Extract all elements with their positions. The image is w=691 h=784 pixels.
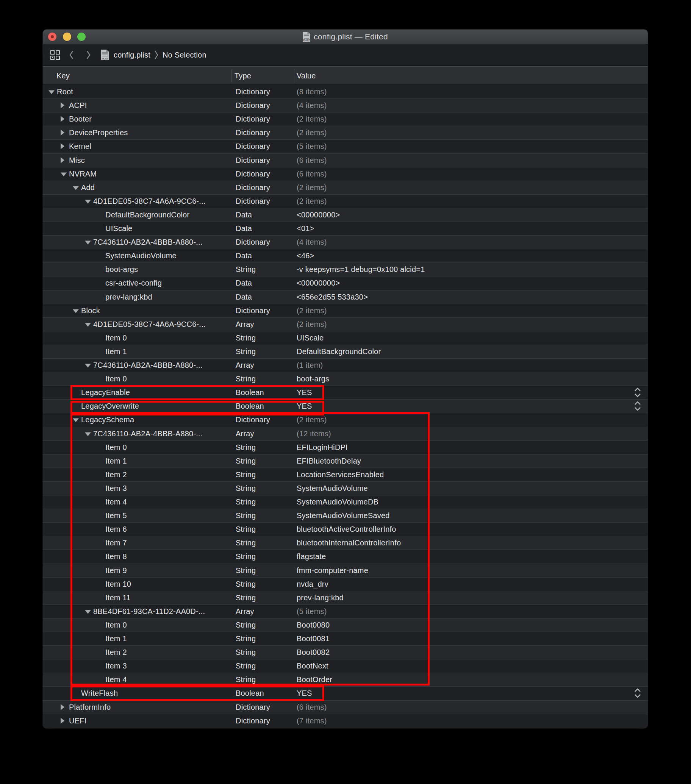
- column-resize-handle[interactable]: [294, 69, 294, 82]
- disclosure-triangle-collapsed-icon[interactable]: [61, 718, 64, 724]
- plist-row[interactable]: Item 7 String bluetoothInternalControlle…: [43, 536, 648, 550]
- plist-row[interactable]: Item 2 String Boot0082: [43, 646, 648, 659]
- disclosure-triangle-expanded-icon[interactable]: [73, 418, 79, 422]
- plist-row[interactable]: Item 4 String SystemAudioVolumeDB: [43, 495, 648, 509]
- disclosure-triangle-expanded-icon[interactable]: [85, 323, 91, 326]
- row-type: Data: [236, 224, 252, 233]
- plist-row[interactable]: 8BE4DF61-93CA-11D2-AA0D-... Array (5 ite…: [43, 604, 648, 618]
- row-key: WriteFlash: [81, 689, 118, 698]
- disclosure-triangle-expanded-icon[interactable]: [85, 241, 91, 245]
- disclosure-triangle-collapsed-icon[interactable]: [61, 157, 64, 163]
- row-value: BootOrder: [297, 675, 332, 684]
- plist-row[interactable]: Item 5 String SystemAudioVolumeSaved: [43, 509, 648, 522]
- row-value: bluetoothInternalControllerInfo: [297, 539, 401, 547]
- plist-row[interactable]: Item 1 String EFIBluetoothDelay: [43, 454, 648, 468]
- row-value: fmm-computer-name: [297, 566, 368, 575]
- plist-row[interactable]: Item 1 String Boot0081: [43, 632, 648, 646]
- row-type: String: [236, 675, 256, 684]
- row-key: Add: [81, 183, 95, 192]
- plist-row[interactable]: prev-lang:kbd Data <656e2d55 533a30>: [43, 290, 648, 304]
- row-type: String: [236, 539, 256, 547]
- breadcrumb-selection[interactable]: No Selection: [163, 51, 206, 59]
- plist-row[interactable]: 4D1EDE05-38C7-4A6A-9CC6-... Array (2 ite…: [43, 317, 648, 331]
- plist-row[interactable]: Item 0 String boot-args: [43, 372, 648, 385]
- plist-row[interactable]: Item 2 String LocationServicesEnabled: [43, 468, 648, 481]
- plist-row[interactable]: Block Dictionary (2 items): [43, 304, 648, 317]
- plist-row[interactable]: PlatformInfo Dictionary (6 items): [43, 700, 648, 714]
- row-type: String: [236, 333, 256, 342]
- disclosure-triangle-collapsed-icon[interactable]: [61, 116, 64, 122]
- disclosure-triangle-expanded-icon[interactable]: [61, 172, 67, 176]
- row-value: bluetoothActiveControllerInfo: [297, 525, 396, 534]
- column-header-key[interactable]: Key: [56, 71, 70, 80]
- row-value: (8 items): [297, 87, 327, 96]
- row-value: (2 items): [297, 115, 327, 124]
- disclosure-triangle-expanded-icon[interactable]: [73, 186, 79, 190]
- plist-row[interactable]: DeviceProperties Dictionary (2 items): [43, 126, 648, 139]
- disclosure-triangle-expanded-icon[interactable]: [85, 364, 91, 368]
- column-header-value[interactable]: Value: [297, 71, 316, 80]
- plist-row[interactable]: Item 8 String flagstate: [43, 550, 648, 563]
- plist-row[interactable]: Kernel Dictionary (5 items): [43, 139, 648, 153]
- disclosure-triangle-expanded-icon[interactable]: [85, 610, 91, 614]
- plist-row[interactable]: Root Dictionary (8 items): [43, 85, 648, 99]
- disclosure-triangle-expanded-icon[interactable]: [85, 432, 91, 436]
- plist-row[interactable]: 7C436110-AB2A-4BBB-A880-... Dictionary (…: [43, 235, 648, 249]
- plist-row[interactable]: Add Dictionary (2 items): [43, 181, 648, 194]
- plist-row[interactable]: DefaultBackgroundColor Data <00000000>: [43, 208, 648, 222]
- value-stepper-icon[interactable]: [633, 401, 642, 411]
- plist-row[interactable]: ACPI Dictionary (4 items): [43, 99, 648, 112]
- plist-row[interactable]: LegacyOverwrite Boolean YES: [43, 399, 648, 413]
- disclosure-triangle-collapsed-icon[interactable]: [61, 130, 64, 136]
- disclosure-triangle-expanded-icon[interactable]: [73, 309, 79, 313]
- plist-row[interactable]: Item 0 String UIScale: [43, 331, 648, 345]
- plist-row[interactable]: LegacyEnable Boolean YES: [43, 385, 648, 399]
- plist-row[interactable]: Item 11 String prev-lang:kbd: [43, 591, 648, 604]
- row-key: 4D1EDE05-38C7-4A6A-9CC6-...: [93, 320, 206, 328]
- disclosure-triangle-collapsed-icon[interactable]: [61, 704, 64, 710]
- back-button[interactable]: [69, 50, 74, 60]
- row-value: prev-lang:kbd: [297, 593, 344, 602]
- plist-row[interactable]: Item 10 String nvda_drv: [43, 577, 648, 591]
- plist-row[interactable]: Misc Dictionary (6 items): [43, 153, 648, 167]
- plist-row[interactable]: boot-args String -v keepsyms=1 debug=0x1…: [43, 262, 648, 276]
- plist-row[interactable]: Item 4 String BootOrder: [43, 673, 648, 686]
- row-type: Boolean: [236, 689, 264, 698]
- row-key: Item 0: [105, 443, 127, 451]
- row-key: Root: [57, 87, 73, 96]
- plist-row[interactable]: 7C436110-AB2A-4BBB-A880-... Array (12 it…: [43, 427, 648, 440]
- plist-row[interactable]: Item 9 String fmm-computer-name: [43, 563, 648, 577]
- column-resize-handle[interactable]: [231, 69, 232, 82]
- plist-row[interactable]: NVRAM Dictionary (6 items): [43, 167, 648, 181]
- title-bar[interactable]: PLIST config.plist — Edited: [43, 30, 648, 44]
- plist-row[interactable]: LegacySchema Dictionary (2 items): [43, 413, 648, 427]
- plist-row[interactable]: Item 6 String bluetoothActiveControllerI…: [43, 522, 648, 536]
- disclosure-triangle-expanded-icon[interactable]: [48, 91, 54, 94]
- plist-row[interactable]: Item 3 String BootNext: [43, 659, 648, 673]
- plist-row[interactable]: SystemAudioVolume Data <46>: [43, 249, 648, 262]
- breadcrumb-file[interactable]: config.plist: [114, 51, 150, 59]
- plist-row[interactable]: Item 0 String Boot0080: [43, 618, 648, 632]
- plist-row[interactable]: csr-active-config Data <00000000>: [43, 276, 648, 290]
- forward-button[interactable]: [86, 50, 91, 60]
- plist-row[interactable]: UEFI Dictionary (7 items): [43, 714, 648, 728]
- row-type: Dictionary: [236, 238, 270, 247]
- plist-row[interactable]: 7C436110-AB2A-4BBB-A880-... Array (1 ite…: [43, 358, 648, 372]
- plist-row[interactable]: Booter Dictionary (2 items): [43, 112, 648, 126]
- row-key: 7C436110-AB2A-4BBB-A880-...: [93, 361, 203, 370]
- plist-row[interactable]: Item 3 String SystemAudioVolume: [43, 481, 648, 495]
- row-value: SystemAudioVolumeSaved: [297, 511, 390, 520]
- column-header-type[interactable]: Type: [234, 71, 251, 80]
- row-key: Item 5: [105, 511, 127, 520]
- disclosure-triangle-collapsed-icon[interactable]: [61, 102, 64, 108]
- value-stepper-icon[interactable]: [633, 387, 642, 398]
- disclosure-triangle-expanded-icon[interactable]: [85, 199, 91, 203]
- plist-row[interactable]: UIScale Data <01>: [43, 222, 648, 235]
- plist-row[interactable]: Item 1 String DefaultBackgroundColor: [43, 345, 648, 358]
- plist-row[interactable]: Item 0 String EFILoginHiDPI: [43, 440, 648, 454]
- plist-row[interactable]: WriteFlash Boolean YES: [43, 686, 648, 700]
- disclosure-triangle-collapsed-icon[interactable]: [61, 143, 64, 149]
- plist-row[interactable]: 4D1EDE05-38C7-4A6A-9CC6-... Dictionary (…: [43, 194, 648, 208]
- value-stepper-icon[interactable]: [633, 688, 642, 698]
- related-items-icon[interactable]: [50, 50, 60, 60]
